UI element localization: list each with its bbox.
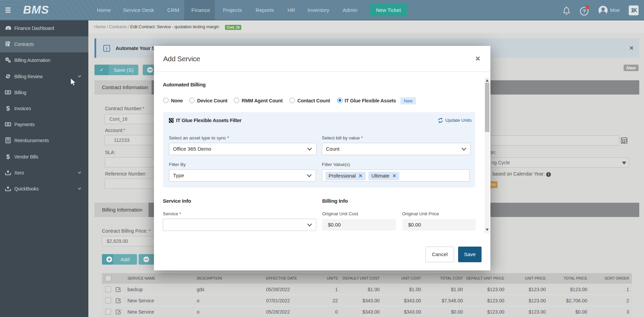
- svg-text:?: ?: [582, 8, 586, 14]
- svg-text:$: $: [6, 153, 10, 160]
- svg-text:$: $: [6, 105, 10, 112]
